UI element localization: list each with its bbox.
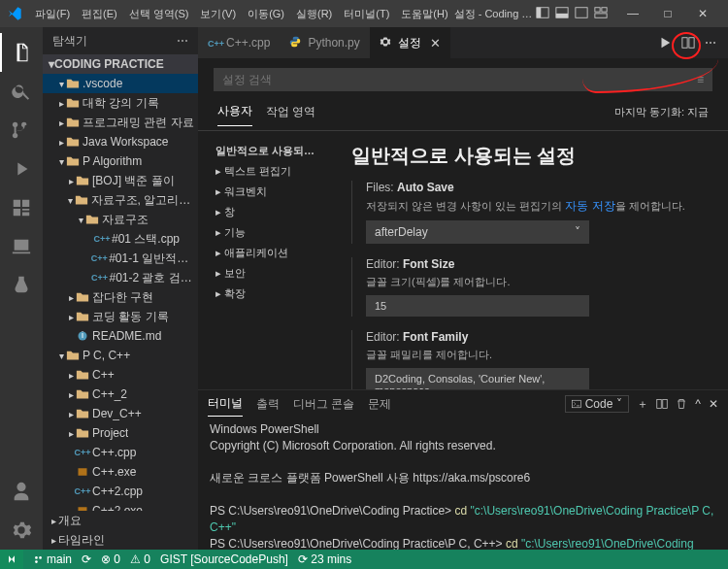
- window-maximize-button[interactable]: □: [654, 7, 681, 20]
- menu-go[interactable]: 이동(G): [242, 7, 290, 21]
- toc-item[interactable]: ▸ 보안: [212, 263, 328, 284]
- terminal-profile-select[interactable]: Code˅: [565, 395, 630, 413]
- tree-item[interactable]: ▸코딩 활동 기록: [43, 307, 198, 326]
- tree-item[interactable]: C++#01 스택.cpp: [43, 229, 198, 249]
- tree-item[interactable]: C++#01-2 괄호 검사 프로...: [43, 268, 198, 287]
- toc-item[interactable]: 일반적으로 사용되는 ...: [212, 141, 328, 161]
- svg-rect-4: [576, 8, 587, 18]
- run-icon[interactable]: [658, 36, 672, 50]
- setting-select[interactable]: afterDelay˅: [366, 220, 589, 244]
- tree-item[interactable]: ▾자료구조, 알고리즘 유형: [43, 190, 198, 210]
- svg-rect-13: [689, 38, 694, 49]
- setting-input[interactable]: 15: [366, 295, 589, 317]
- layout-panel-right-icon[interactable]: [575, 6, 590, 21]
- settings-sync-status: 마지막 동기화: 지금: [614, 105, 709, 119]
- toc-item[interactable]: ▸ 확장: [212, 284, 328, 304]
- split-editor-icon[interactable]: [681, 36, 695, 50]
- toc-item[interactable]: ▸ 워크벤치: [212, 182, 328, 202]
- maximize-panel-icon[interactable]: ^: [695, 397, 701, 411]
- toc-item[interactable]: ▸ 애플리케이션: [212, 243, 328, 263]
- status-gist[interactable]: GIST [SourceCodePush]: [160, 552, 288, 566]
- tree-item-label: C++.exe: [92, 465, 136, 479]
- menu-view[interactable]: 보기(V): [194, 7, 242, 21]
- panel-tab-problems[interactable]: 문제: [368, 392, 391, 417]
- settings-search[interactable]: ≡: [214, 68, 712, 91]
- editor-tab[interactable]: C++C++.cpp: [198, 27, 280, 58]
- layout-panel-bottom-icon[interactable]: [555, 6, 571, 21]
- panel-tab-output[interactable]: 출력: [256, 392, 280, 417]
- close-panel-icon[interactable]: ✕: [709, 397, 718, 411]
- activity-settings-icon[interactable]: [0, 511, 43, 550]
- activity-extensions-icon[interactable]: [0, 188, 43, 227]
- status-branch[interactable]: main: [33, 552, 72, 566]
- menu-edit[interactable]: 편집(E): [76, 7, 123, 21]
- setting-input[interactable]: D2Coding, Consolas, 'Courier New', monos…: [366, 368, 589, 389]
- tree-item[interactable]: C++C++.cpp: [43, 443, 198, 462]
- tree-item[interactable]: C++2.exe: [43, 501, 198, 511]
- clear-icon[interactable]: ≡: [697, 73, 704, 86]
- editor-tab[interactable]: Python.py: [280, 27, 369, 58]
- panel-tab-terminal[interactable]: 터미널: [208, 391, 243, 417]
- layout-customize-icon[interactable]: [594, 6, 610, 21]
- close-tab-icon[interactable]: ✕: [430, 36, 441, 50]
- toc-item[interactable]: ▸ 텍스트 편집기: [212, 161, 328, 182]
- more-actions-icon[interactable]: ⋯: [705, 36, 716, 50]
- tree-item[interactable]: C++.exe: [43, 462, 198, 482]
- terminal-output[interactable]: Windows PowerShellCopyright (C) Microsof…: [198, 418, 728, 550]
- tree-item[interactable]: ▾P Algorithm: [43, 151, 198, 171]
- tree-item[interactable]: ▸Java Workspace: [43, 132, 198, 151]
- tree-item[interactable]: ▸C++: [43, 365, 198, 385]
- tree-item-label: C++.cpp: [92, 446, 136, 459]
- tree-item[interactable]: ▾P C, C++: [43, 346, 198, 365]
- settings-tab-workspace[interactable]: 작업 영역: [266, 98, 315, 126]
- workspace-root[interactable]: ▾ CODING PRACTICE: [43, 54, 198, 74]
- menu-terminal[interactable]: 터미널(T): [338, 7, 395, 21]
- tree-item[interactable]: ▾자료구조: [43, 210, 198, 229]
- panel-tab-debug-console[interactable]: 디버그 콘솔: [293, 392, 354, 417]
- toc-item[interactable]: ▸ 기능: [212, 222, 328, 243]
- tree-item[interactable]: ▸Dev_C++: [43, 404, 198, 423]
- tree-item[interactable]: ▸대학 강의 기록: [43, 93, 198, 113]
- tree-item[interactable]: iREADME.md: [43, 326, 198, 346]
- menu-run[interactable]: 실행(R): [290, 7, 338, 21]
- menu-selection[interactable]: 선택 영역(S): [123, 7, 195, 21]
- activity-run-icon[interactable]: [0, 150, 43, 188]
- tree-item[interactable]: ▸[BOJ] 백준 풀이: [43, 171, 198, 190]
- activity-testing-icon[interactable]: [0, 266, 43, 305]
- new-terminal-icon[interactable]: ＋: [637, 396, 648, 413]
- status-sync[interactable]: ⟳: [82, 552, 91, 566]
- window-minimize-button[interactable]: —: [619, 7, 646, 20]
- tree-item-label: Java Workspace: [83, 135, 168, 149]
- activity-account-icon[interactable]: [0, 472, 43, 511]
- activity-search-icon[interactable]: [0, 72, 43, 111]
- split-terminal-icon[interactable]: [656, 398, 668, 410]
- timeline-section[interactable]: ▸타임라인: [43, 530, 198, 550]
- status-remote[interactable]: [0, 550, 23, 569]
- tree-item[interactable]: C++C++2.cpp: [43, 482, 198, 501]
- editor-tab[interactable]: 설정✕: [370, 27, 450, 58]
- sidebar-more-icon[interactable]: ⋯: [177, 34, 188, 48]
- tree-item[interactable]: ▸C++_2: [43, 385, 198, 404]
- activity-scm-icon[interactable]: [0, 111, 43, 150]
- toc-item[interactable]: ▸ 창: [212, 202, 328, 222]
- tree-item[interactable]: ▸프로그래밍 관련 자료: [43, 113, 198, 132]
- status-warnings[interactable]: ⚠ 0: [130, 552, 150, 566]
- status-mins[interactable]: ⟳ 23 mins: [298, 552, 351, 566]
- settings-search-input[interactable]: [222, 73, 697, 86]
- folder-icon: [66, 96, 80, 110]
- menu-help[interactable]: 도움말(H): [395, 7, 453, 21]
- layout-panel-left-icon[interactable]: [536, 6, 551, 21]
- menu-file[interactable]: 파일(F): [29, 7, 76, 21]
- kill-terminal-icon[interactable]: [676, 398, 687, 410]
- activity-remote-icon[interactable]: [0, 227, 43, 266]
- tree-item[interactable]: ▸잡다한 구현: [43, 287, 198, 307]
- status-errors[interactable]: ⊗ 0: [101, 552, 120, 566]
- outline-section[interactable]: ▸개요: [43, 511, 198, 530]
- window-close-button[interactable]: ✕: [689, 7, 716, 20]
- settings-tab-user[interactable]: 사용자: [217, 97, 252, 126]
- activity-explorer-icon[interactable]: [0, 33, 43, 72]
- tree-item[interactable]: C++#01-1 일반적인 스택.c...: [43, 249, 198, 268]
- tree-item[interactable]: ▾.vscode: [43, 74, 198, 93]
- tree-item[interactable]: ▸Project: [43, 423, 198, 443]
- svg-rect-1: [537, 8, 541, 18]
